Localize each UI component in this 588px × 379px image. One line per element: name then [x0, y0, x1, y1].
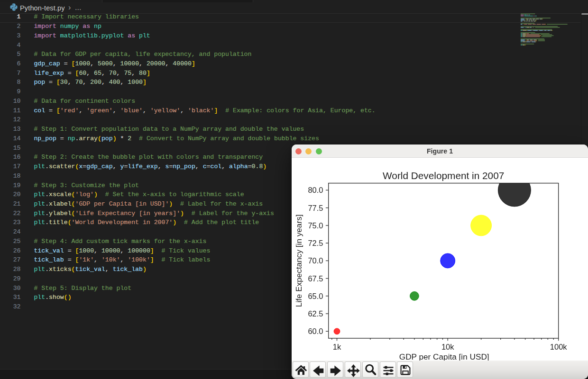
svg-text:GDP per Capita [in USD]: GDP per Capita [in USD]: [399, 352, 489, 361]
svg-text:77.5: 77.5: [308, 203, 323, 212]
svg-text:72.5: 72.5: [308, 238, 323, 247]
svg-text:65.0: 65.0: [308, 291, 323, 300]
svg-text:Life Expectancy [in years]: Life Expectancy [in years]: [294, 214, 303, 307]
svg-text:10k: 10k: [441, 342, 454, 351]
svg-text:62.5: 62.5: [308, 309, 323, 317]
svg-text:World Development in 2007: World Development in 2007: [383, 170, 504, 180]
svg-text:80.0: 80.0: [308, 185, 323, 194]
svg-text:67.5: 67.5: [308, 274, 323, 282]
svg-text:60.0: 60.0: [308, 326, 323, 335]
svg-text:70.0: 70.0: [308, 256, 323, 264]
svg-text:100k: 100k: [550, 342, 567, 351]
svg-text:1k: 1k: [332, 342, 341, 351]
svg-text:75.0: 75.0: [308, 221, 323, 229]
